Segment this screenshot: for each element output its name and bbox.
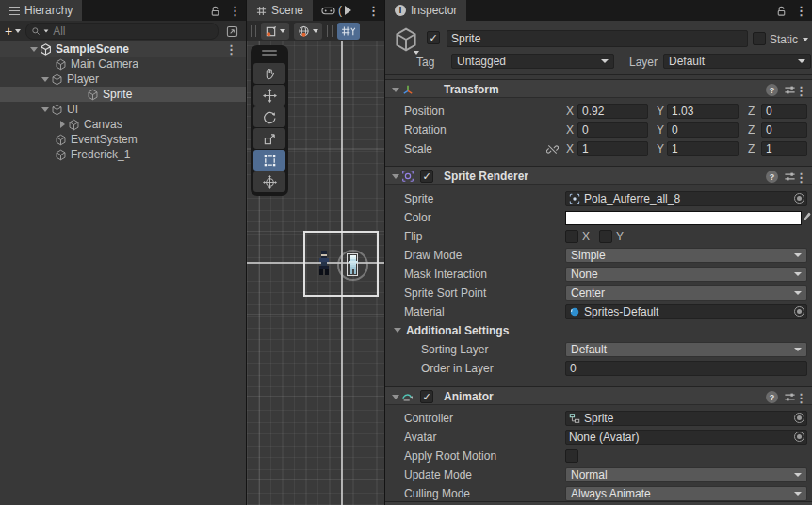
- palette-drag-handle[interactable]: [262, 50, 277, 52]
- object-picker-icon[interactable]: [794, 306, 804, 317]
- update-mode-dropdown[interactable]: Normal: [565, 467, 807, 482]
- rotation-z-field[interactable]: 0: [761, 122, 807, 138]
- pivot-toggle-button[interactable]: [261, 23, 289, 40]
- active-checkbox[interactable]: ✓: [427, 31, 440, 44]
- animator-header[interactable]: ✓ Animator ? ⋮: [385, 386, 812, 405]
- scale-y-field[interactable]: 1: [667, 141, 739, 156]
- sprite-object-field[interactable]: Pola_Auferre_all_8: [565, 191, 807, 206]
- component-kebab-icon[interactable]: ⋮: [790, 171, 812, 185]
- inspector-kebab-icon[interactable]: ⋮: [790, 4, 812, 18]
- mask-interaction-dropdown[interactable]: None: [565, 267, 807, 282]
- gameobject-icon-chevron[interactable]: [414, 51, 419, 55]
- foldout-arrow-icon[interactable]: [40, 107, 51, 112]
- rotate-tool-button[interactable]: [253, 106, 285, 127]
- component-kebab-icon[interactable]: ⋮: [790, 84, 812, 98]
- game-tab-gamepad-icon[interactable]: [318, 5, 338, 16]
- inspector-lock-icon[interactable]: [772, 5, 790, 17]
- order-in-layer-field[interactable]: 0: [565, 361, 807, 376]
- foldout-arrow-icon[interactable]: [28, 47, 40, 52]
- hierarchy-item-eventsystem[interactable]: EventSystem: [0, 132, 246, 147]
- info-icon: i: [395, 5, 406, 16]
- foldout-arrow-icon[interactable]: [392, 395, 399, 399]
- position-z-field[interactable]: 0: [761, 104, 807, 119]
- flip-y-checkbox[interactable]: [599, 230, 612, 243]
- object-picker-icon[interactable]: [794, 413, 804, 423]
- component-kebab-icon[interactable]: ⋮: [790, 391, 812, 405]
- scale-x-field[interactable]: 1: [577, 141, 648, 156]
- sorting-layer-value: Default: [571, 343, 607, 356]
- help-icon[interactable]: ?: [766, 171, 778, 183]
- hierarchy-item-frederick[interactable]: Frederick_1: [0, 147, 246, 162]
- foldout-arrow-icon[interactable]: [392, 88, 399, 92]
- controller-object-field[interactable]: Sprite: [565, 411, 807, 426]
- gameobject-name-input[interactable]: [447, 30, 748, 47]
- help-icon[interactable]: ?: [766, 84, 778, 96]
- apply-root-motion-checkbox[interactable]: [565, 449, 578, 463]
- grid-visibility-toggle[interactable]: [337, 23, 360, 40]
- foldout-arrow-icon[interactable]: [394, 328, 401, 333]
- static-checkbox[interactable]: [753, 32, 766, 45]
- overlay-drag-handle[interactable]: [251, 25, 256, 37]
- sprite-sort-point-label: Sprite Sort Point: [404, 286, 486, 300]
- open-search-window-icon[interactable]: [223, 25, 241, 38]
- static-chevron-icon[interactable]: [803, 38, 808, 41]
- scene-kebab-menu-icon[interactable]: ⋮: [363, 4, 384, 18]
- object-picker-icon[interactable]: [794, 432, 804, 442]
- hierarchy-item-player[interactable]: Player: [0, 72, 246, 87]
- transform-tool-button[interactable]: [253, 171, 285, 192]
- scene-viewport[interactable]: [247, 41, 384, 505]
- color-swatch[interactable]: [565, 211, 802, 225]
- rotation-y-field[interactable]: 0: [667, 122, 739, 138]
- unity-scene-icon: [40, 43, 52, 56]
- scene-kebab-icon[interactable]: ⋮: [220, 42, 242, 57]
- draw-mode-value: Simple: [571, 249, 606, 262]
- link-broken-icon[interactable]: [546, 143, 559, 155]
- material-object-field[interactable]: Sprites-Default: [565, 304, 807, 319]
- tab-inspector[interactable]: i Inspector: [385, 0, 466, 21]
- help-icon[interactable]: ?: [766, 391, 778, 403]
- layer-dropdown[interactable]: Default: [663, 54, 811, 69]
- hierarchy-item-sprite[interactable]: Sprite: [0, 87, 246, 102]
- additional-settings-row[interactable]: Additional Settings: [385, 322, 812, 339]
- hierarchy-item-samplescene[interactable]: SampleScene ⋮: [0, 41, 246, 57]
- orientation-global-button[interactable]: [294, 23, 322, 40]
- sprite-renderer-header[interactable]: ✓ Sprite Renderer ? ⋮: [385, 166, 812, 185]
- tag-dropdown[interactable]: Untagged: [451, 54, 614, 69]
- tab-scroll-arrow-icon[interactable]: [342, 6, 354, 15]
- position-x-field[interactable]: 0.92: [577, 104, 648, 119]
- hand-tool-button[interactable]: [253, 63, 285, 84]
- eyedropper-icon[interactable]: [802, 211, 812, 223]
- tab-hierarchy[interactable]: Hierarchy: [0, 0, 82, 21]
- avatar-object-field[interactable]: None (Avatar): [565, 430, 807, 445]
- hierarchy-kebab-icon[interactable]: ⋮: [224, 4, 246, 18]
- foldout-arrow-icon[interactable]: [40, 77, 51, 82]
- sprite-sort-point-dropdown[interactable]: Center: [565, 285, 807, 301]
- hierarchy-search-input[interactable]: [51, 24, 213, 39]
- tab-scene[interactable]: Scene: [247, 0, 313, 21]
- rotation-x-field[interactable]: 0: [577, 122, 648, 138]
- foldout-arrow-icon[interactable]: [57, 121, 68, 128]
- hierarchy-item-ui[interactable]: UI: [0, 102, 246, 117]
- move-tool-button[interactable]: [253, 85, 285, 106]
- component-enabled-checkbox[interactable]: ✓: [420, 390, 433, 403]
- hierarchy-item-canvas[interactable]: Canvas: [0, 117, 246, 132]
- hierarchy-item-main-camera[interactable]: Main Camera: [0, 57, 246, 72]
- position-y-field[interactable]: 1.03: [667, 104, 739, 119]
- hierarchy-search-field[interactable]: [25, 23, 219, 40]
- frederick-sprite[interactable]: [319, 251, 321, 252]
- component-enabled-checkbox[interactable]: ✓: [420, 170, 433, 183]
- flip-x-checkbox[interactable]: [565, 230, 578, 243]
- draw-mode-dropdown[interactable]: Simple: [565, 248, 807, 263]
- object-picker-icon[interactable]: [794, 193, 804, 204]
- sorting-layer-dropdown[interactable]: Default: [565, 342, 807, 357]
- overlay-drag-handle[interactable]: [327, 25, 333, 37]
- hierarchy-lock-icon[interactable]: [206, 5, 224, 17]
- foldout-arrow-icon[interactable]: [392, 174, 399, 179]
- culling-mode-dropdown[interactable]: Always Animate: [565, 486, 807, 501]
- scale-tool-button[interactable]: [253, 128, 285, 149]
- create-object-button[interactable]: +: [5, 24, 21, 39]
- selected-sprite[interactable]: [349, 255, 350, 257]
- scale-z-field[interactable]: 1: [761, 141, 807, 156]
- rect-tool-button[interactable]: [253, 150, 285, 171]
- transform-header[interactable]: Transform ? ⋮: [385, 79, 812, 98]
